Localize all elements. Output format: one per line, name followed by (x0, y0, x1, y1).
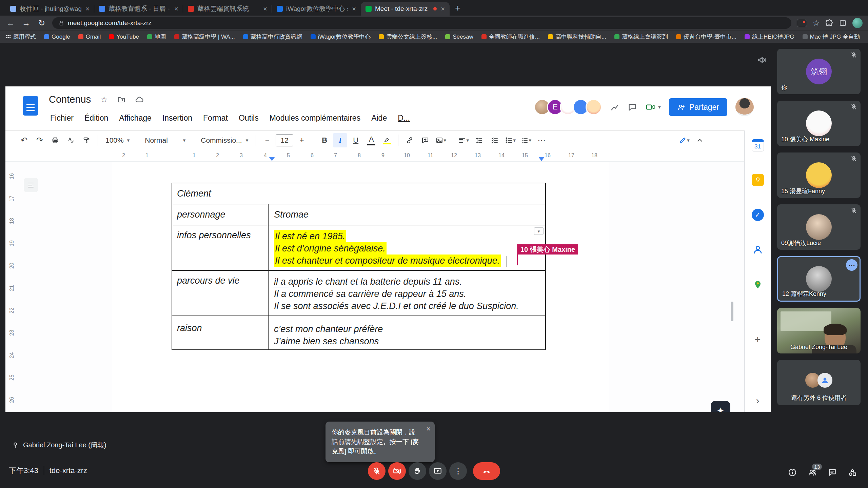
browser-tab[interactable]: iWagor數位教學中心 » Categor × (272, 2, 361, 16)
tasks-icon[interactable]: ✓ (750, 207, 765, 222)
spellcheck-icon[interactable] (64, 133, 78, 147)
zoom-select[interactable]: 100%▾ (102, 133, 133, 147)
table-row-header[interactable]: Clément (172, 183, 545, 204)
participant-options-icon[interactable]: ⋯ (846, 259, 857, 271)
bookmark-item[interactable]: Seesaw (445, 34, 473, 40)
tab-close-icon[interactable]: × (440, 5, 446, 13)
text-color-button[interactable]: A (364, 133, 378, 147)
table-label-cell[interactable]: raison (172, 316, 269, 349)
tab-close-icon[interactable]: × (262, 5, 268, 13)
menu-fichier[interactable]: Fichier (50, 114, 74, 123)
table-label-cell[interactable]: personnage (172, 204, 269, 225)
collaborator-avatar[interactable] (586, 99, 602, 115)
keep-icon[interactable] (750, 172, 765, 187)
leave-call-button[interactable] (473, 462, 500, 480)
bold-button[interactable]: B (317, 133, 332, 147)
bookmark-item[interactable]: 葳格高級中學 | WA... (174, 33, 235, 41)
meeting-details-icon[interactable] (788, 468, 797, 477)
menu-aide[interactable]: Aide (371, 114, 387, 123)
align-icon[interactable]: ▾ (456, 133, 471, 147)
italic-button[interactable]: I (333, 133, 347, 147)
address-bar[interactable]: meet.google.com/tde-xrta-zrz (52, 17, 791, 29)
reload-icon[interactable]: ↻ (37, 18, 47, 28)
camera-in-use-icon[interactable] (797, 19, 807, 27)
editing-mode-button[interactable]: ▾ (677, 133, 691, 147)
table-header-cell[interactable]: Clément (172, 183, 545, 204)
bulleted-list-icon[interactable]: ▾ (503, 133, 517, 147)
bookmark-item[interactable]: 葳格高中行政資訊網 (243, 33, 302, 41)
undo-icon[interactable]: ↶ (17, 133, 31, 147)
participant-tile[interactable]: 10 張美心 Maxine (777, 101, 861, 146)
redo-icon[interactable]: ↷ (33, 133, 47, 147)
raise-hand-button[interactable] (409, 462, 426, 480)
bookmark-item[interactable]: iWagor數位教學中心 (311, 33, 371, 41)
add-comment-icon[interactable] (418, 133, 432, 147)
participant-tile[interactable]: 09謝怡汝Lucie (777, 204, 861, 250)
menu-affichage[interactable]: Affichage (119, 114, 151, 123)
bookmark-item[interactable]: 全國教師在職進修... (481, 33, 540, 41)
menu-outils[interactable]: Outils (239, 114, 259, 123)
bookmark-item[interactable]: Mac 轉 JPG 全自動 (803, 33, 860, 41)
calendar-icon[interactable]: 31 (750, 138, 765, 153)
browser-tab-active[interactable]: Meet - tde-xrta-zrz × (361, 2, 450, 16)
menu-d[interactable]: D... (398, 114, 410, 123)
table-row-personnage[interactable]: personnage Stromae (172, 204, 545, 225)
chat-panel-icon[interactable] (828, 468, 837, 477)
underline-button[interactable]: U (349, 133, 363, 147)
table-row-infos[interactable]: infos personnelles Il est né en 1985. Il… (172, 225, 545, 271)
share-button[interactable]: Partager (669, 98, 727, 116)
collapse-toolbar-icon[interactable] (693, 133, 707, 147)
menu-format[interactable]: Format (203, 114, 228, 123)
side-panel-icon[interactable] (839, 19, 847, 27)
extensions-puzzle-icon[interactable] (825, 19, 833, 27)
camera-toggle-button[interactable] (388, 462, 406, 480)
styles-select[interactable]: Normal▾ (141, 133, 189, 147)
participant-tile-active[interactable]: 12 蕭楷霖Kenny ⋯ (777, 256, 861, 302)
insert-image-icon[interactable]: ▾ (434, 133, 448, 147)
table-content-cell[interactable]: Stromae (269, 204, 545, 225)
tooltip-close-icon[interactable]: × (426, 424, 431, 434)
participants-panel-icon[interactable]: 13 (808, 468, 817, 477)
comments-icon[interactable] (628, 102, 637, 112)
document-outline-icon[interactable] (24, 178, 38, 192)
participant-tile-self[interactable]: 筑翎 你 (777, 49, 861, 94)
meet-presentation-menu[interactable]: ▾ (645, 102, 661, 112)
present-screen-button[interactable] (429, 462, 447, 480)
bookmark-item[interactable]: 線上HEIC轉JPG (745, 33, 794, 41)
forward-icon[interactable]: → (21, 18, 31, 28)
expand-side-panel-icon[interactable]: › (750, 393, 765, 408)
table-label-cell[interactable]: parcours de vie (172, 271, 269, 316)
docs-app-icon[interactable] (23, 96, 38, 116)
explore-button[interactable]: ✦ (711, 401, 730, 412)
activity-stats-icon[interactable] (610, 102, 619, 112)
menu-insertion[interactable]: Insertion (162, 114, 192, 123)
add-addon-icon[interactable]: + (750, 332, 765, 347)
font-select[interactable]: Commissio...▾ (197, 133, 252, 147)
mic-toggle-button[interactable] (368, 462, 386, 480)
participant-tile-video[interactable]: Gabriel Zong-Tai Lee (777, 308, 861, 353)
table-content-cell[interactable]: il a appris le chant et la batterie depu… (269, 271, 545, 316)
bookmark-item[interactable]: YouTube (109, 34, 139, 40)
bookmark-star-icon[interactable]: ☆ (812, 18, 820, 28)
activities-icon[interactable] (848, 468, 857, 477)
table-row-parcours[interactable]: parcours de vie il a appris le chant et … (172, 271, 545, 316)
insert-link-icon[interactable] (402, 133, 417, 147)
move-folder-icon[interactable] (117, 96, 125, 104)
back-icon[interactable]: ← (5, 18, 16, 28)
more-options-button[interactable]: ⋮ (449, 462, 467, 480)
bookmark-item[interactable]: Google (44, 34, 70, 40)
more-participants-tile[interactable]: 還有另外 6 位使用者 (777, 360, 861, 405)
font-size-increase-icon[interactable]: + (295, 133, 309, 147)
print-icon[interactable] (48, 133, 62, 147)
tab-close-icon[interactable]: × (174, 5, 179, 13)
browser-tab[interactable]: 葳格雲端資訊系統 × (183, 2, 272, 16)
table-content-cell[interactable]: c’est mon chanteur préfère J’aime bien s… (269, 316, 545, 349)
docs-profile-avatar[interactable] (735, 98, 754, 116)
table-label-cell[interactable]: infos personnelles (172, 225, 269, 270)
presentation-audio-muted-icon[interactable] (757, 55, 767, 65)
paint-format-icon[interactable] (79, 133, 94, 147)
docs-scrollbar[interactable] (731, 302, 733, 321)
bookmark-item[interactable]: 地圖 (147, 33, 166, 41)
doc-title[interactable]: Contenus (49, 94, 91, 105)
cell-dropdown-icon[interactable]: ▾ (534, 227, 544, 235)
